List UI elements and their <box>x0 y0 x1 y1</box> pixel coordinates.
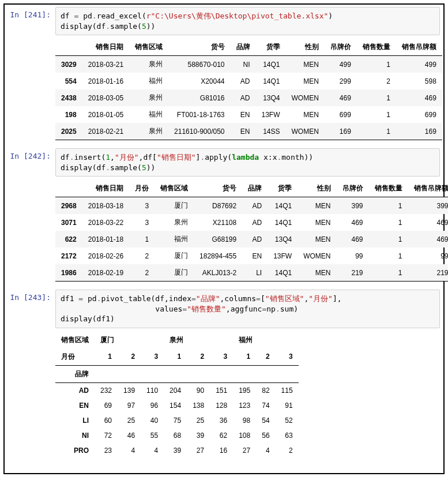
table-row: 30292018-03-21泉州588670-010NI14Q1MEN49914… <box>55 56 442 73</box>
table-row: 20252018-02-21泉州211610-900/050EN14SSWOME… <box>55 123 442 140</box>
column-header: 品牌 <box>242 180 268 197</box>
table-row: LI602540752536985452 <box>55 413 299 428</box>
table-row: EN6997961541381281237491 <box>55 398 299 413</box>
column-header: 性别 <box>298 180 336 197</box>
table-row: 30712018-03-223泉州X21108AD14Q1MEN4691469 <box>55 214 448 231</box>
column-header: 销售数量 <box>357 39 396 56</box>
code-input-242[interactable]: df.insert(1,"月份",df["销售日期"].apply(lambda… <box>55 148 440 177</box>
column-header: 吊牌价 <box>337 180 369 197</box>
column-header <box>55 39 82 56</box>
notebook-frame: In [241]: df = pd.read_excel(r"C:\Users\… <box>3 3 445 474</box>
column-header: 货季 <box>268 180 298 197</box>
table-row: 6222018-01-181福州G68199AD13Q4MEN4691469 <box>55 231 448 247</box>
column-header: 货号 <box>194 180 242 197</box>
column-header: 销售数量 <box>369 180 408 197</box>
prompt-243: In [243]: <box>8 290 55 328</box>
table-row: 21722018-02-262厦门182894-455EN13FWWOMEN99… <box>55 247 448 264</box>
output-242: 销售日期月份销售区域货号品牌货季性别吊牌价销售数量销售吊牌额29682018-0… <box>55 180 440 282</box>
column-header: 性别 <box>286 39 325 56</box>
prompt-242: In [242]: <box>8 148 55 177</box>
pivot-table-243: 销售区域厦门泉州福州月份123123123品牌 AD23213911020490… <box>55 332 299 458</box>
table-row: AD2321391102049015119582115 <box>55 382 299 398</box>
column-header: 销售日期 <box>82 180 129 197</box>
code-input-243[interactable]: df1 = pd.pivot_table(df,index="品牌",colum… <box>55 290 440 328</box>
column-header: 销售日期 <box>82 39 129 56</box>
column-header: 销售区域 <box>129 39 168 56</box>
column-header: 品牌 <box>231 39 256 56</box>
column-header: 销售吊牌额 <box>408 180 449 197</box>
column-header: 销售区域 <box>155 180 194 197</box>
output-241: 销售日期销售区域货号品牌货季性别吊牌价销售数量销售吊牌额30292018-03-… <box>55 39 440 140</box>
prompt-241: In [241]: <box>8 7 55 35</box>
column-header <box>55 180 82 197</box>
column-header: 吊牌价 <box>325 39 357 56</box>
input-cell-243: In [243]: df1 = pd.pivot_table(df,index=… <box>8 290 440 328</box>
column-header: 月份 <box>129 180 155 197</box>
table-row: 29682018-03-183厦门D87692AD14Q1MEN3991399 <box>55 197 448 215</box>
table-row: 5542018-01-16福州X20044AD14Q1MEN2992598 <box>55 73 442 89</box>
input-cell-242: In [242]: df.insert(1,"月份",df["销售日期"].ap… <box>8 148 440 177</box>
table-row: 19862018-02-192厦门AKLJ013-2LI14Q1MEN21912… <box>55 264 448 282</box>
column-header: 销售吊牌额 <box>396 39 442 56</box>
dataframe-table-241: 销售日期销售区域货号品牌货季性别吊牌价销售数量销售吊牌额30292018-03-… <box>55 39 442 140</box>
code-input-241[interactable]: df = pd.read_excel(r"C:\Users\黄伟\Desktop… <box>55 7 440 35</box>
column-header: 货季 <box>256 39 286 56</box>
table-row: 24382018-03-05泉州G81016AD13Q4WOMEN4691469 <box>55 89 442 106</box>
column-header: 货号 <box>168 39 230 56</box>
table-row: NI7246556839621085663 <box>55 428 299 443</box>
output-243: 销售区域厦门泉州福州月份123123123品牌 AD23213911020490… <box>55 332 440 458</box>
dataframe-table-242: 销售日期月份销售区域货号品牌货季性别吊牌价销售数量销售吊牌额29682018-0… <box>55 180 448 282</box>
table-row: PRO23443927162742 <box>55 443 299 458</box>
table-row: 1982018-01-05福州FT001-18-1763EN13FWMEN699… <box>55 106 442 123</box>
input-cell-241: In [241]: df = pd.read_excel(r"C:\Users\… <box>8 7 440 35</box>
